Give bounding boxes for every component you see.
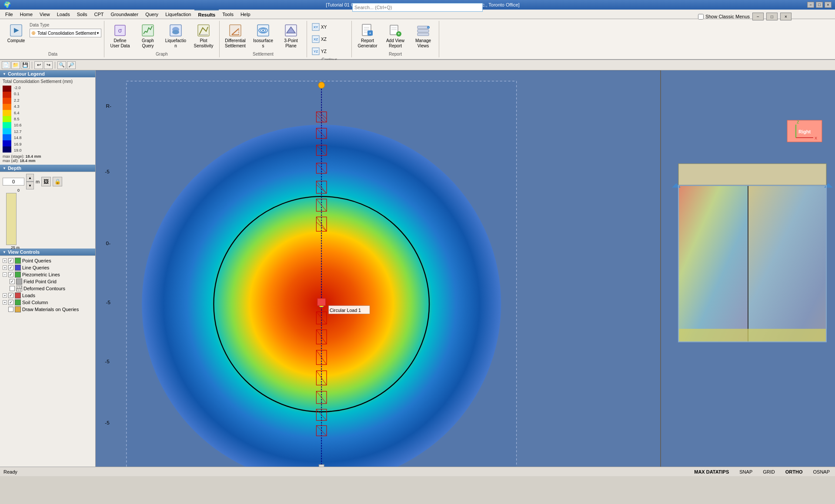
contour-legend-header[interactable]: ▼ Contour Legend — [0, 70, 95, 77]
contour-yz-button[interactable]: YZ YZ — [310, 46, 349, 56]
data-type-selector[interactable]: ⊕ Total Consolidation Settlement ▼ — [30, 29, 101, 37]
side-viewport[interactable]: Right X Z — [661, 70, 835, 467]
data-type-arrow: ▼ — [96, 31, 100, 35]
depth-section-header[interactable]: ▼ Depth — [0, 165, 95, 172]
piezometric-expander[interactable]: − — [3, 272, 7, 277]
svg-text:+: + — [397, 32, 400, 36]
soil-column-checkbox[interactable] — [8, 300, 13, 305]
show-classic-menus-checkbox[interactable] — [698, 14, 704, 20]
toolbar-zoom-in-btn[interactable]: 🔍 — [57, 61, 66, 69]
depth-lock-btn[interactable]: 🔒 — [53, 177, 62, 186]
view-item-loads: + Loads — [3, 292, 93, 298]
status-snap[interactable]: SNAP — [738, 469, 754, 475]
toolbar-redo-btn[interactable]: ↪ — [44, 61, 53, 69]
legend-color-1 — [3, 86, 11, 92]
app-restore-button[interactable]: □ — [766, 13, 778, 20]
status-grid[interactable]: GRID — [761, 469, 777, 475]
maximize-button[interactable]: □ — [816, 2, 823, 8]
close-button[interactable]: × — [825, 2, 832, 8]
legend-color-4 — [3, 104, 11, 110]
menu-groundwater[interactable]: Groundwater — [107, 10, 142, 19]
toolbar-sep1 — [32, 62, 32, 69]
legend-val-0: -2.0 — [14, 86, 22, 90]
toolbar-undo-btn[interactable]: ↩ — [34, 61, 43, 69]
line-queries-expander[interactable]: + — [3, 265, 7, 270]
menu-view[interactable]: View — [36, 10, 53, 19]
contour-xz-button[interactable]: XZ XZ — [310, 34, 349, 44]
field-point-grid-checkbox[interactable] — [10, 279, 15, 284]
menu-cpt[interactable]: CPT — [91, 10, 107, 19]
view-item-field-point-grid: Field Point Grid — [3, 279, 93, 285]
legend-val-4: 6.4 — [14, 111, 22, 115]
status-max-datatips[interactable]: MAX DATATIPS — [692, 469, 731, 475]
define-user-data-button[interactable]: σ Define User Data — [107, 22, 133, 50]
app-icon: 🌍 — [3, 1, 11, 8]
menu-help[interactable]: Help — [237, 10, 254, 19]
plot-sensitivity-button[interactable]: Plot Sensitivity — [190, 22, 217, 50]
report-generator-button[interactable]: + Report Generator — [354, 22, 381, 50]
depth-lock-buttons: 🖼 🔒 — [41, 177, 62, 186]
graph-query-label: Graph Query — [137, 38, 159, 49]
toolbar-open-btn[interactable]: 📁 — [11, 61, 20, 69]
compute-label: Compute — [7, 38, 25, 43]
line-queries-label: Line Queries — [22, 265, 49, 270]
3point-plane-button[interactable]: 3-Point Plane — [278, 22, 304, 50]
menu-results[interactable]: Results — [194, 10, 219, 19]
toolbar-save-btn[interactable]: 💾 — [21, 61, 30, 69]
data-type-icon: ⊕ — [31, 30, 36, 36]
menu-tools[interactable]: Tools — [219, 10, 237, 19]
search-input[interactable] — [352, 3, 483, 12]
depth-down-button[interactable]: ▼ — [26, 182, 34, 189]
line-queries-checkbox[interactable] — [8, 265, 13, 270]
legend-val-3: 4.3 — [14, 104, 22, 109]
contour-xy-button[interactable]: XY XY — [310, 22, 349, 32]
soil-column-expander[interactable]: + — [3, 300, 7, 305]
depth-image-btn[interactable]: 🖼 — [41, 177, 51, 186]
piezometric-checkbox[interactable] — [8, 272, 13, 277]
liquefaction-button[interactable]: Liquefaction — [163, 22, 189, 50]
point-queries-swatch — [15, 258, 21, 264]
differential-settlement-button[interactable]: Differential Settlement — [222, 22, 248, 50]
legend-color-11 — [3, 146, 11, 153]
point-queries-checkbox[interactable] — [8, 258, 13, 263]
define-user-data-label: Define User Data — [109, 38, 131, 49]
draw-materials-swatch — [15, 306, 21, 312]
menu-loads[interactable]: Loads — [53, 10, 73, 19]
status-ortho[interactable]: ORTHO — [784, 469, 805, 475]
classic-menus-area: Show Classic Menus − □ × — [698, 13, 792, 20]
minimize-button[interactable]: − — [807, 2, 814, 8]
contour-legend-arrow: ▼ — [3, 72, 6, 76]
svg-rect-112 — [678, 164, 826, 186]
legend-color-7 — [3, 122, 11, 128]
app-minimize-button[interactable]: − — [752, 13, 764, 20]
main-viewport[interactable]: Circular Load 1 -10 -5 0 5 10 15 20 — [96, 70, 661, 467]
depth-input[interactable] — [3, 178, 24, 186]
loads-expander[interactable]: + — [3, 293, 7, 298]
contour-legend: Total Consolidation Settlement (mm) — [0, 77, 95, 165]
manage-views-button[interactable]: ✓ Manage Views — [410, 22, 436, 50]
status-osnap[interactable]: OSNAP — [811, 469, 832, 475]
menu-file[interactable]: File — [2, 10, 17, 19]
data-type-label: Data Type — [30, 23, 101, 27]
menu-query[interactable]: Query — [142, 10, 162, 19]
point-queries-expander[interactable]: + — [3, 259, 7, 263]
toolbar-zoom-out-btn[interactable]: 🔎 — [67, 61, 76, 69]
legend-max-all-label: max (all): — [3, 159, 19, 163]
soil-column-swatch — [15, 299, 21, 305]
svg-text:-5: -5 — [105, 169, 110, 174]
graph-query-button[interactable]: Graph Query — [135, 22, 161, 50]
menu-liquefaction[interactable]: Liquefaction — [162, 10, 194, 19]
add-view-report-button[interactable]: + Add View Report — [382, 22, 408, 50]
draw-materials-checkbox[interactable] — [8, 307, 13, 312]
ribbon: ▶ Compute Data Type ⊕ Total Consolidatio… — [0, 19, 835, 60]
isosurfaces-button[interactable]: Isosurfaces — [250, 22, 276, 50]
app-close-button[interactable]: × — [780, 13, 792, 20]
depth-up-button[interactable]: ▲ — [26, 174, 34, 182]
loads-checkbox[interactable] — [8, 293, 13, 298]
toolbar-new-btn[interactable]: 📄 — [2, 61, 10, 69]
menu-soils[interactable]: Soils — [73, 10, 91, 19]
menu-home[interactable]: Home — [17, 10, 36, 19]
deformed-contours-checkbox[interactable] — [10, 286, 15, 291]
compute-button[interactable]: ▶ Compute — [4, 22, 28, 50]
legend-color-2 — [3, 92, 11, 98]
